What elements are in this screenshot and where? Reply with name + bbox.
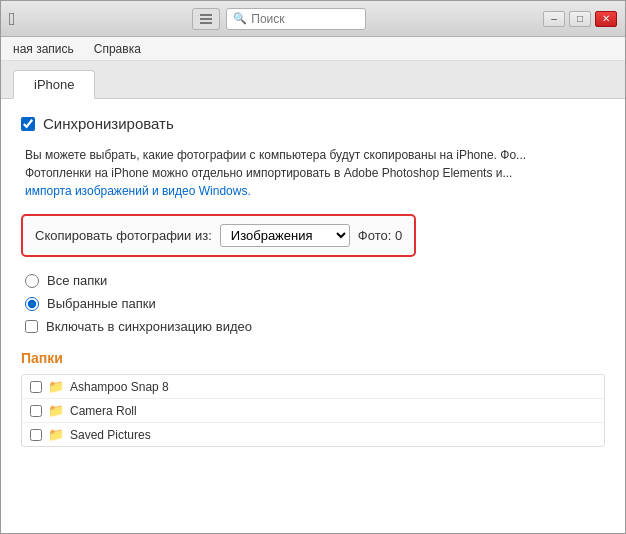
window-controls: – □ ✕ [543, 11, 617, 27]
minimize-button[interactable]: – [543, 11, 565, 27]
info-link[interactable]: импорта изображений и видео Windows. [25, 184, 251, 198]
folder-name-0: Ashampoo Snap 8 [70, 380, 169, 394]
folder-icon-0: 📁 [48, 379, 64, 394]
folder-name-2: Saved Pictures [70, 428, 151, 442]
info-text: Вы можете выбрать, какие фотографии с ко… [21, 146, 605, 200]
folder-list: 📁 Ashampoo Snap 8 📁 Camera Roll 📁 Saved … [21, 374, 605, 447]
radio-item-all-folders: Все папки [25, 273, 601, 288]
folder-item: 📁 Ashampoo Snap 8 [22, 375, 604, 399]
radio-selected-folders-label: Выбранные папки [47, 296, 156, 311]
include-video-label: Включать в синхронизацию видео [46, 319, 252, 334]
photo-count: Фото: 0 [358, 228, 402, 243]
folder-checkbox-1[interactable] [30, 405, 42, 417]
sync-row: Синхронизировать [21, 115, 605, 132]
folder-checkbox-0[interactable] [30, 381, 42, 393]
maximize-button[interactable]: □ [569, 11, 591, 27]
folders-title: Папки [21, 350, 605, 366]
main-window:  🔍 – □ ✕ ная запись Справка [0, 0, 626, 534]
search-input[interactable] [251, 12, 359, 26]
folder-icon-2: 📁 [48, 427, 64, 442]
menubar-item-account[interactable]: ная запись [9, 40, 78, 58]
sync-label: Синхронизировать [43, 115, 174, 132]
folder-name-1: Camera Roll [70, 404, 137, 418]
checkbox-item-video: Включать в синхронизацию видео [25, 319, 601, 334]
menubar-item-help[interactable]: Справка [90, 40, 145, 58]
radio-group: Все папки Выбранные папки Включать в син… [21, 273, 605, 334]
search-box: 🔍 [226, 8, 366, 30]
include-video-checkbox[interactable] [25, 320, 38, 333]
radio-item-selected-folders: Выбранные папки [25, 296, 601, 311]
menu-icon-button[interactable] [192, 8, 220, 30]
copy-from-select[interactable]: Изображения [220, 224, 350, 247]
titlebar:  🔍 – □ ✕ [1, 1, 625, 37]
radio-selected-folders[interactable] [25, 297, 39, 311]
radio-all-folders[interactable] [25, 274, 39, 288]
close-button[interactable]: ✕ [595, 11, 617, 27]
titlebar-left:  [9, 10, 16, 28]
apple-logo-icon:  [9, 10, 16, 28]
device-tab-area: iPhone [1, 61, 625, 99]
copy-from-box: Скопировать фотографии из: Изображения Ф… [21, 214, 416, 257]
radio-all-folders-label: Все папки [47, 273, 107, 288]
device-tab-iphone[interactable]: iPhone [13, 70, 95, 99]
folders-section: Папки 📁 Ashampoo Snap 8 📁 Camera Roll 📁 … [21, 350, 605, 447]
folder-checkbox-2[interactable] [30, 429, 42, 441]
folder-item: 📁 Saved Pictures [22, 423, 604, 446]
folder-icon-1: 📁 [48, 403, 64, 418]
copy-from-label: Скопировать фотографии из: [35, 228, 212, 243]
sync-checkbox[interactable] [21, 117, 35, 131]
search-icon: 🔍 [233, 12, 247, 25]
folder-item: 📁 Camera Roll [22, 399, 604, 423]
main-content: Синхронизировать Вы можете выбрать, каки… [1, 99, 625, 533]
titlebar-center: 🔍 [192, 8, 366, 30]
menubar: ная запись Справка [1, 37, 625, 61]
